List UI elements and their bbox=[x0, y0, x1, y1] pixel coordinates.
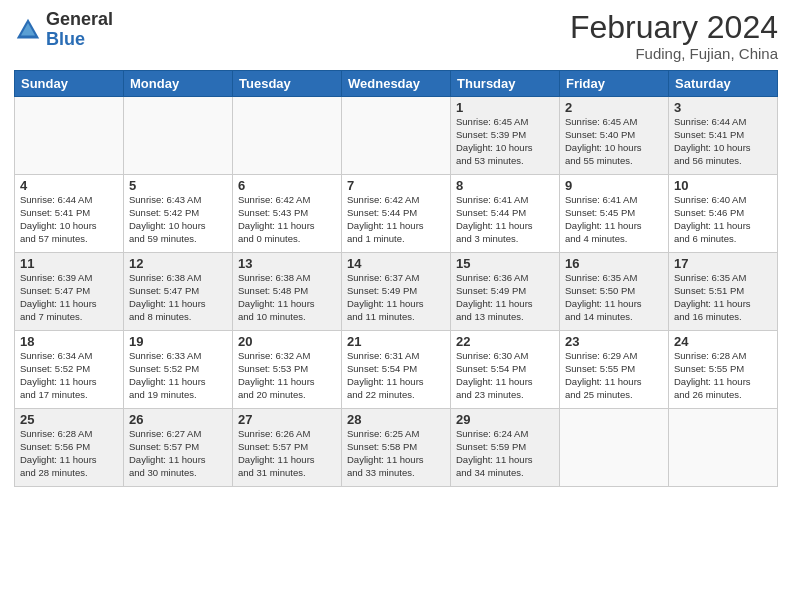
day-info: Sunrise: 6:42 AM Sunset: 5:44 PM Dayligh… bbox=[347, 194, 445, 245]
day-number: 14 bbox=[347, 256, 445, 271]
calendar-cell: 23Sunrise: 6:29 AM Sunset: 5:55 PM Dayli… bbox=[560, 331, 669, 409]
day-number: 5 bbox=[129, 178, 227, 193]
calendar-cell bbox=[560, 409, 669, 487]
day-number: 27 bbox=[238, 412, 336, 427]
calendar-cell: 5Sunrise: 6:43 AM Sunset: 5:42 PM Daylig… bbox=[124, 175, 233, 253]
day-number: 19 bbox=[129, 334, 227, 349]
calendar-cell: 20Sunrise: 6:32 AM Sunset: 5:53 PM Dayli… bbox=[233, 331, 342, 409]
day-number: 13 bbox=[238, 256, 336, 271]
day-info: Sunrise: 6:43 AM Sunset: 5:42 PM Dayligh… bbox=[129, 194, 227, 245]
header-friday: Friday bbox=[560, 71, 669, 97]
day-number: 10 bbox=[674, 178, 772, 193]
logo-text: General Blue bbox=[46, 10, 113, 50]
day-info: Sunrise: 6:35 AM Sunset: 5:50 PM Dayligh… bbox=[565, 272, 663, 323]
header-wednesday: Wednesday bbox=[342, 71, 451, 97]
day-info: Sunrise: 6:38 AM Sunset: 5:47 PM Dayligh… bbox=[129, 272, 227, 323]
day-info: Sunrise: 6:42 AM Sunset: 5:43 PM Dayligh… bbox=[238, 194, 336, 245]
calendar-cell bbox=[669, 409, 778, 487]
calendar-cell: 4Sunrise: 6:44 AM Sunset: 5:41 PM Daylig… bbox=[15, 175, 124, 253]
day-number: 11 bbox=[20, 256, 118, 271]
calendar-cell: 3Sunrise: 6:44 AM Sunset: 5:41 PM Daylig… bbox=[669, 97, 778, 175]
calendar-cell: 28Sunrise: 6:25 AM Sunset: 5:58 PM Dayli… bbox=[342, 409, 451, 487]
day-number: 6 bbox=[238, 178, 336, 193]
logo-icon bbox=[14, 16, 42, 44]
header: General Blue February 2024 Fuding, Fujia… bbox=[14, 10, 778, 62]
calendar-week-5: 25Sunrise: 6:28 AM Sunset: 5:56 PM Dayli… bbox=[15, 409, 778, 487]
title-block: February 2024 Fuding, Fujian, China bbox=[570, 10, 778, 62]
day-number: 9 bbox=[565, 178, 663, 193]
page: General Blue February 2024 Fuding, Fujia… bbox=[0, 0, 792, 612]
calendar-cell: 11Sunrise: 6:39 AM Sunset: 5:47 PM Dayli… bbox=[15, 253, 124, 331]
header-saturday: Saturday bbox=[669, 71, 778, 97]
day-info: Sunrise: 6:24 AM Sunset: 5:59 PM Dayligh… bbox=[456, 428, 554, 479]
day-info: Sunrise: 6:39 AM Sunset: 5:47 PM Dayligh… bbox=[20, 272, 118, 323]
day-number: 29 bbox=[456, 412, 554, 427]
day-number: 15 bbox=[456, 256, 554, 271]
header-monday: Monday bbox=[124, 71, 233, 97]
logo-blue-text: Blue bbox=[46, 30, 113, 50]
day-info: Sunrise: 6:32 AM Sunset: 5:53 PM Dayligh… bbox=[238, 350, 336, 401]
header-sunday: Sunday bbox=[15, 71, 124, 97]
header-thursday: Thursday bbox=[451, 71, 560, 97]
day-info: Sunrise: 6:33 AM Sunset: 5:52 PM Dayligh… bbox=[129, 350, 227, 401]
calendar-cell: 12Sunrise: 6:38 AM Sunset: 5:47 PM Dayli… bbox=[124, 253, 233, 331]
calendar-cell: 1Sunrise: 6:45 AM Sunset: 5:39 PM Daylig… bbox=[451, 97, 560, 175]
calendar-cell bbox=[124, 97, 233, 175]
day-number: 3 bbox=[674, 100, 772, 115]
calendar-cell bbox=[15, 97, 124, 175]
calendar-cell: 26Sunrise: 6:27 AM Sunset: 5:57 PM Dayli… bbox=[124, 409, 233, 487]
logo: General Blue bbox=[14, 10, 113, 50]
calendar-cell: 13Sunrise: 6:38 AM Sunset: 5:48 PM Dayli… bbox=[233, 253, 342, 331]
day-info: Sunrise: 6:45 AM Sunset: 5:40 PM Dayligh… bbox=[565, 116, 663, 167]
day-number: 8 bbox=[456, 178, 554, 193]
day-info: Sunrise: 6:34 AM Sunset: 5:52 PM Dayligh… bbox=[20, 350, 118, 401]
day-info: Sunrise: 6:37 AM Sunset: 5:49 PM Dayligh… bbox=[347, 272, 445, 323]
calendar-table: Sunday Monday Tuesday Wednesday Thursday… bbox=[14, 70, 778, 487]
calendar-cell bbox=[233, 97, 342, 175]
day-info: Sunrise: 6:45 AM Sunset: 5:39 PM Dayligh… bbox=[456, 116, 554, 167]
day-info: Sunrise: 6:35 AM Sunset: 5:51 PM Dayligh… bbox=[674, 272, 772, 323]
calendar-cell: 10Sunrise: 6:40 AM Sunset: 5:46 PM Dayli… bbox=[669, 175, 778, 253]
day-info: Sunrise: 6:31 AM Sunset: 5:54 PM Dayligh… bbox=[347, 350, 445, 401]
calendar-cell: 25Sunrise: 6:28 AM Sunset: 5:56 PM Dayli… bbox=[15, 409, 124, 487]
day-info: Sunrise: 6:25 AM Sunset: 5:58 PM Dayligh… bbox=[347, 428, 445, 479]
day-number: 18 bbox=[20, 334, 118, 349]
day-info: Sunrise: 6:29 AM Sunset: 5:55 PM Dayligh… bbox=[565, 350, 663, 401]
calendar-cell: 7Sunrise: 6:42 AM Sunset: 5:44 PM Daylig… bbox=[342, 175, 451, 253]
calendar-week-4: 18Sunrise: 6:34 AM Sunset: 5:52 PM Dayli… bbox=[15, 331, 778, 409]
day-number: 24 bbox=[674, 334, 772, 349]
day-number: 17 bbox=[674, 256, 772, 271]
calendar-cell: 15Sunrise: 6:36 AM Sunset: 5:49 PM Dayli… bbox=[451, 253, 560, 331]
calendar-cell: 2Sunrise: 6:45 AM Sunset: 5:40 PM Daylig… bbox=[560, 97, 669, 175]
day-number: 26 bbox=[129, 412, 227, 427]
day-number: 16 bbox=[565, 256, 663, 271]
day-info: Sunrise: 6:28 AM Sunset: 5:55 PM Dayligh… bbox=[674, 350, 772, 401]
calendar-cell: 27Sunrise: 6:26 AM Sunset: 5:57 PM Dayli… bbox=[233, 409, 342, 487]
calendar-week-3: 11Sunrise: 6:39 AM Sunset: 5:47 PM Dayli… bbox=[15, 253, 778, 331]
calendar-week-1: 1Sunrise: 6:45 AM Sunset: 5:39 PM Daylig… bbox=[15, 97, 778, 175]
day-info: Sunrise: 6:36 AM Sunset: 5:49 PM Dayligh… bbox=[456, 272, 554, 323]
day-number: 20 bbox=[238, 334, 336, 349]
day-info: Sunrise: 6:40 AM Sunset: 5:46 PM Dayligh… bbox=[674, 194, 772, 245]
day-number: 1 bbox=[456, 100, 554, 115]
month-year-title: February 2024 bbox=[570, 10, 778, 45]
day-info: Sunrise: 6:44 AM Sunset: 5:41 PM Dayligh… bbox=[674, 116, 772, 167]
calendar-cell: 19Sunrise: 6:33 AM Sunset: 5:52 PM Dayli… bbox=[124, 331, 233, 409]
logo-general-text: General bbox=[46, 10, 113, 30]
calendar-cell: 21Sunrise: 6:31 AM Sunset: 5:54 PM Dayli… bbox=[342, 331, 451, 409]
day-number: 21 bbox=[347, 334, 445, 349]
day-info: Sunrise: 6:26 AM Sunset: 5:57 PM Dayligh… bbox=[238, 428, 336, 479]
calendar-cell: 9Sunrise: 6:41 AM Sunset: 5:45 PM Daylig… bbox=[560, 175, 669, 253]
day-number: 4 bbox=[20, 178, 118, 193]
calendar-cell bbox=[342, 97, 451, 175]
weekday-header-row: Sunday Monday Tuesday Wednesday Thursday… bbox=[15, 71, 778, 97]
calendar-cell: 6Sunrise: 6:42 AM Sunset: 5:43 PM Daylig… bbox=[233, 175, 342, 253]
day-number: 25 bbox=[20, 412, 118, 427]
calendar-week-2: 4Sunrise: 6:44 AM Sunset: 5:41 PM Daylig… bbox=[15, 175, 778, 253]
day-number: 23 bbox=[565, 334, 663, 349]
day-info: Sunrise: 6:41 AM Sunset: 5:44 PM Dayligh… bbox=[456, 194, 554, 245]
calendar-cell: 29Sunrise: 6:24 AM Sunset: 5:59 PM Dayli… bbox=[451, 409, 560, 487]
day-info: Sunrise: 6:44 AM Sunset: 5:41 PM Dayligh… bbox=[20, 194, 118, 245]
location-subtitle: Fuding, Fujian, China bbox=[570, 45, 778, 62]
calendar-cell: 17Sunrise: 6:35 AM Sunset: 5:51 PM Dayli… bbox=[669, 253, 778, 331]
